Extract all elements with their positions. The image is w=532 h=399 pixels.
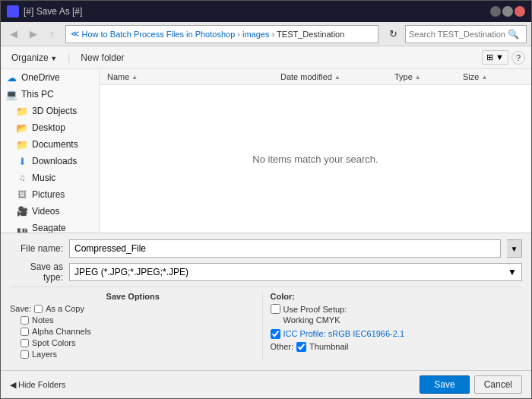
save-as-dialog: [#] Save As [#] ◀ ▶ ↑ ≪ How to Batch Pro… [0, 0, 532, 399]
proof-setup-text: Use Proof Setup: Working CMYK [283, 304, 347, 326]
col-name[interactable]: Name [107, 72, 280, 81]
action-bar: Organize | New folder ⊞ ▼ ? [1, 46, 531, 69]
window-title: [#] Save As [#] [24, 6, 82, 17]
thumbnail-label: Thumbnail [309, 342, 348, 351]
sidebar-item-videos[interactable]: 🎥 Videos [1, 203, 99, 220]
filename-dropdown-button[interactable]: ▼ [507, 239, 522, 258]
seagatebackup-icon: 💾 [16, 228, 28, 233]
sidebar-label-music: Music [32, 173, 55, 183]
hide-folders-button[interactable]: ◀ Hide Folders [10, 380, 65, 390]
organize-button[interactable]: Organize [7, 51, 62, 65]
other-title: Other: [271, 342, 294, 351]
sidebar-item-thispc[interactable]: 💻 This PC [1, 86, 99, 103]
breadcrumb-path-1[interactable]: How to Batch Process Files in Photoshop [82, 30, 236, 39]
other-section: Other: Thumbnail [271, 342, 517, 352]
forward-button[interactable]: ▶ [25, 26, 42, 42]
saveas-dropdown-icon: ▼ [508, 267, 517, 277]
icc-profile-row: ICC Profile: sRGB IEC61966-2.1 [271, 329, 517, 339]
proof-setup-row: Use Proof Setup: Working CMYK [271, 304, 517, 326]
sidebar-label-documents: Documents [32, 139, 78, 150]
hide-folders-arrow-icon: ◀ [10, 380, 16, 390]
filename-input[interactable] [69, 239, 501, 258]
help-button[interactable]: ? [511, 51, 525, 65]
col-date[interactable]: Date modified [280, 72, 394, 81]
refresh-button[interactable]: ↻ [385, 26, 402, 42]
up-button[interactable]: ↑ [45, 26, 59, 42]
sidebar-item-music[interactable]: ♫ Music [1, 169, 99, 186]
alpha-channels-label: Alpha Channels [32, 327, 91, 336]
layers-row: Layers [10, 350, 256, 359]
as-copy-row: Save: As a Copy [10, 304, 256, 313]
as-copy-checkbox[interactable] [34, 305, 43, 313]
view-toggle-button[interactable]: ⊞ ▼ [482, 50, 508, 65]
sidebar-label-pictures: Pictures [32, 189, 65, 200]
maximize-button[interactable] [502, 6, 513, 17]
sidebar-item-downloads[interactable]: ⬇ Downloads [1, 153, 99, 169]
col-type[interactable]: Type [394, 72, 463, 81]
saveas-label: Save as type: [10, 261, 63, 283]
layers-checkbox[interactable] [21, 350, 29, 359]
col-size[interactable]: Size [463, 72, 524, 81]
title-bar: [#] Save As [#] [1, 1, 531, 22]
new-folder-button[interactable]: New folder [76, 51, 128, 65]
content-empty-message: No items match your search. [100, 85, 531, 233]
sidebar-item-documents[interactable]: 📁 Documents [1, 136, 99, 153]
pictures-icon: 🖼 [16, 189, 28, 200]
sidebar-item-onedrive[interactable]: ☁ OneDrive [1, 69, 99, 86]
breadcrumb-bar[interactable]: ≪ How to Batch Process Files in Photosho… [65, 25, 379, 43]
sidebar-item-seagatebackup[interactable]: 💾 Seagate Backup [1, 220, 99, 233]
spot-colors-label: Spot Colors [32, 338, 75, 347]
documents-icon: 📁 [16, 139, 28, 150]
sidebar-label-videos: Videos [32, 206, 59, 217]
save-options-col: Save Options Save: As a Copy Notes Alpha… [10, 292, 262, 361]
sidebar-label-thispc: This PC [21, 89, 54, 100]
navigation-toolbar: ◀ ▶ ↑ ≪ How to Batch Process Files in Ph… [1, 22, 531, 46]
icc-profile-checkbox[interactable] [271, 329, 280, 339]
spot-colors-row: Spot Colors [10, 338, 256, 347]
content-area: Name Date modified Type Size No items ma… [100, 69, 531, 233]
column-header: Name Date modified Type Size [100, 69, 531, 85]
search-input[interactable] [409, 30, 508, 39]
notes-row: Notes [10, 315, 256, 325]
breadcrumb-item-1[interactable]: ≪ [71, 29, 80, 39]
sidebar-label-3dobjects: 3D Objects [32, 106, 77, 116]
cancel-button[interactable]: Cancel [474, 375, 522, 394]
sidebar-item-desktop[interactable]: 📂 Desktop [1, 119, 99, 136]
sidebar-item-3dobjects[interactable]: 📁 3D Objects [1, 103, 99, 119]
search-icon: 🔍 [508, 29, 519, 40]
save-colon-label: Save: [10, 304, 31, 313]
breadcrumb-path-2[interactable]: images [242, 30, 269, 39]
sidebar: ☁ OneDrive 💻 This PC 📁 3D Objects 📂 Desk… [1, 69, 100, 233]
bottom-panel: File name: ▼ Save as type: JPEG (*.JPG;*… [1, 233, 531, 370]
videos-icon: 🎥 [16, 206, 28, 217]
as-copy-label: As a Copy [46, 304, 84, 313]
close-button[interactable] [515, 6, 525, 17]
filename-label: File name: [10, 243, 63, 254]
sidebar-label-onedrive: OneDrive [21, 72, 60, 83]
filename-row: File name: ▼ [10, 239, 522, 258]
use-proof-checkbox[interactable] [271, 304, 280, 314]
alpha-channels-checkbox[interactable] [21, 328, 29, 336]
window-controls [490, 6, 525, 17]
notes-checkbox[interactable] [21, 316, 29, 325]
alpha-channels-row: Alpha Channels [10, 327, 256, 336]
sidebar-label-downloads: Downloads [32, 156, 77, 166]
minimize-button[interactable] [490, 6, 501, 17]
color-title: Color: [271, 292, 517, 301]
save-options-title: Save Options [10, 292, 256, 301]
spot-colors-checkbox[interactable] [21, 339, 29, 347]
desktop-icon: 📂 [16, 122, 28, 133]
icc-profile-label: ICC Profile: sRGB IEC61966-2.1 [283, 329, 405, 338]
sidebar-item-pictures[interactable]: 🖼 Pictures [1, 186, 99, 203]
breadcrumb-path-3[interactable]: TEST_Destination [277, 30, 344, 39]
thumbnail-checkbox[interactable] [296, 342, 306, 352]
app-icon [7, 5, 19, 17]
breadcrumb-sep-1: › [237, 30, 240, 39]
search-box: 🔍 [405, 25, 527, 43]
working-cmyk-label: Working CMYK [283, 315, 347, 325]
save-button[interactable]: Save [420, 375, 469, 394]
saveas-type-select[interactable]: JPEG (*.JPG;*.JPEG;*.JPE) ▼ [69, 263, 522, 281]
back-button[interactable]: ◀ [5, 26, 22, 42]
thispc-icon: 💻 [5, 89, 17, 100]
saveas-type-value: JPEG (*.JPG;*.JPEG;*.JPE) [74, 267, 188, 277]
